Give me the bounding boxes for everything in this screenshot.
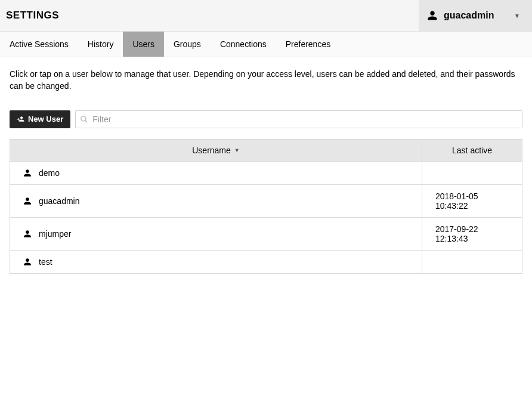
user-row-link[interactable]: demo <box>10 161 422 184</box>
caret-down-icon: ▼ <box>514 13 520 19</box>
content-area: Click or tap on a user below to manage t… <box>0 57 532 285</box>
tab-groups[interactable]: Groups <box>164 32 211 57</box>
tab-preferences[interactable]: Preferences <box>276 32 340 57</box>
user-row-link[interactable]: guacadmin <box>10 184 422 217</box>
add-user-icon <box>17 115 24 123</box>
svg-line-1 <box>85 120 88 122</box>
new-user-label: New User <box>28 115 63 123</box>
current-user-name: guacadmin <box>444 10 508 21</box>
column-header-last-active[interactable]: Last active <box>422 139 522 161</box>
user-icon <box>23 169 32 177</box>
last-active-text <box>422 161 522 184</box>
user-icon <box>23 258 32 266</box>
username-text: demo <box>39 168 60 178</box>
user-icon <box>23 230 32 238</box>
table-row: mjumper 2017-09-22 12:13:43 <box>10 217 522 250</box>
column-header-last-active-label: Last active <box>452 146 492 155</box>
user-menu[interactable]: guacadmin ▼ <box>419 0 532 31</box>
last-active-text: 2018-01-05 10:43:22 <box>422 184 522 217</box>
username-text: guacadmin <box>39 196 80 206</box>
table-row: guacadmin 2018-01-05 10:43:22 <box>10 184 522 217</box>
tab-connections[interactable]: Connections <box>211 32 276 57</box>
user-row-link[interactable]: test <box>10 250 422 273</box>
tab-active-sessions[interactable]: Active Sessions <box>0 32 78 57</box>
user-icon <box>23 197 32 205</box>
tab-history[interactable]: History <box>78 32 123 57</box>
table-row: demo <box>10 161 522 184</box>
table-header-row: Username ▼ Last active <box>10 139 522 161</box>
column-header-username[interactable]: Username ▼ <box>10 139 422 161</box>
tab-users[interactable]: Users <box>123 32 164 57</box>
table-row: test <box>10 250 522 273</box>
user-row-link[interactable]: mjumper <box>10 217 422 250</box>
new-user-button[interactable]: New User <box>10 110 70 128</box>
filter-input[interactable] <box>92 111 522 128</box>
user-icon <box>427 10 438 21</box>
search-icon <box>76 115 92 123</box>
svg-point-0 <box>81 116 86 121</box>
intro-text: Click or tap on a user below to manage t… <box>10 68 522 92</box>
filter-field[interactable] <box>75 110 522 128</box>
last-active-text: 2017-09-22 12:13:43 <box>422 217 522 250</box>
toolbar: New User <box>10 110 522 128</box>
username-text: test <box>39 257 52 267</box>
username-text: mjumper <box>39 229 71 239</box>
tab-row: Active Sessions History Users Groups Con… <box>0 32 532 57</box>
last-active-text <box>422 250 522 273</box>
users-table: Username ▼ Last active <box>10 139 522 274</box>
column-header-username-label: Username <box>192 146 231 155</box>
page-title: SETTINGS <box>0 0 65 31</box>
sort-indicator-icon: ▼ <box>234 147 240 153</box>
header-bar: SETTINGS guacadmin ▼ <box>0 0 532 32</box>
